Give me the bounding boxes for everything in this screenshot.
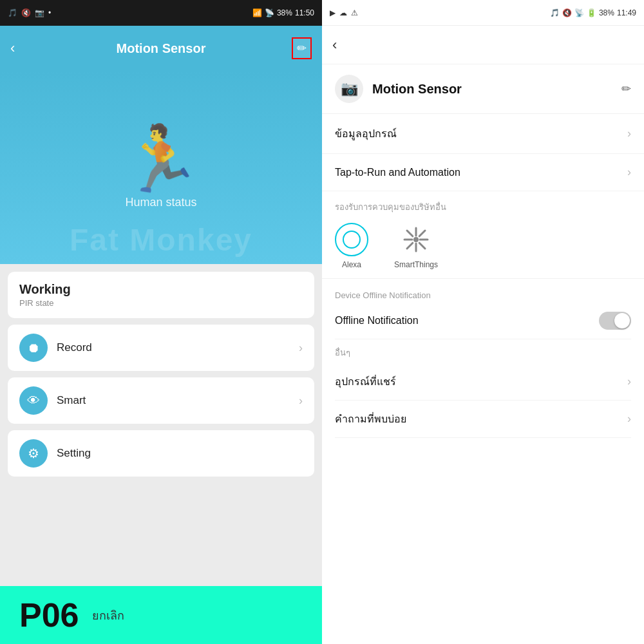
- volume-icon: 🔇: [21, 8, 31, 17]
- cancel-label[interactable]: ยกเลิก: [92, 606, 124, 625]
- device-header: 📷 Motion Sensor ✏: [322, 64, 644, 114]
- signal-icon: 📶: [252, 8, 262, 17]
- working-subtitle: PIR state: [19, 298, 303, 308]
- offline-notif-toggle[interactable]: [599, 312, 631, 330]
- status-bar-right: ▶ ☁ ⚠ 🎵 🔇 📡 🔋 38% 11:49: [322, 0, 644, 26]
- record-label: Record: [57, 341, 92, 354]
- tap-run-label: Tap-to-Run and Automation: [335, 167, 460, 178]
- setting-menu-item[interactable]: ⚙ Setting: [8, 430, 314, 477]
- third-party-section: รองรับการควบคุมของบริษัทอื่น Alexa: [322, 191, 644, 279]
- faq-label: คำถามที่พบบ่อย: [335, 411, 406, 427]
- edit-button-left[interactable]: ✏: [292, 37, 312, 59]
- dot-icon: •: [48, 8, 51, 17]
- svg-line-8: [407, 243, 413, 249]
- smart-label: Smart: [57, 394, 86, 407]
- bluetooth-icon: 🎵: [8, 8, 17, 17]
- smart-left: 👁 Smart: [19, 386, 86, 415]
- right-status-icons-left: ▶ ☁ ⚠: [330, 8, 358, 17]
- watermark: Fat Monkey: [70, 222, 252, 258]
- setting-left: ⚙ Setting: [19, 439, 91, 468]
- alexa-circle: [335, 223, 368, 256]
- bottom-badge-overlay: P06 ยกเลิก: [0, 586, 322, 644]
- warning-icon: ⚠: [351, 8, 358, 17]
- offline-notif-label: Offline Notification: [335, 315, 419, 327]
- svg-line-7: [419, 231, 425, 236]
- status-bar-left: 🎵 🔇 📷 • 📶 📡 38% 11:50: [0, 0, 322, 26]
- alexa-label: Alexa: [342, 260, 361, 269]
- volume-icon-right: 🔇: [562, 8, 572, 17]
- wifi-icon: 📡: [265, 8, 274, 17]
- smartthings-label: SmartThings: [394, 260, 438, 269]
- record-menu-item[interactable]: ⏺ Record ›: [8, 325, 314, 371]
- left-header: ‹ Motion Sensor ✏: [0, 26, 322, 71]
- third-party-icons: Alexa: [335, 223, 631, 269]
- human-figure-icon: 🏃: [121, 126, 202, 191]
- device-info-label: ข้อมูลอุปกรณ์: [335, 126, 397, 142]
- svg-line-6: [419, 243, 425, 249]
- share-device-chevron: ›: [627, 375, 631, 388]
- smart-menu-item[interactable]: 👁 Smart ›: [8, 377, 314, 424]
- cloud-icon: ☁: [339, 8, 347, 17]
- device-info-chevron: ›: [627, 127, 631, 140]
- record-left: ⏺ Record: [19, 334, 92, 362]
- smartthings-icon: [399, 223, 433, 256]
- left-panel: 🎵 🔇 📷 • 📶 📡 38% 11:50 ‹ Motion Sensor ✏ …: [0, 0, 322, 644]
- alexa-inner-circle: [343, 231, 361, 249]
- battery-percent-right: 38%: [599, 8, 614, 17]
- settings-list: ข้อมูลอุปกรณ์ › Tap-to-Run and Automatio…: [322, 114, 644, 644]
- bluetooth-icon-right: 🎵: [550, 8, 560, 17]
- right-status-info: 📶 📡 38% 11:50: [252, 8, 314, 17]
- faq-item[interactable]: คำถามที่พบบ่อย ›: [335, 401, 631, 438]
- toggle-knob: [614, 313, 630, 328]
- hero-section: 🏃 Human status Fat Monkey: [0, 71, 322, 264]
- alexa-item[interactable]: Alexa: [335, 223, 368, 269]
- left-title: Motion Sensor: [117, 41, 206, 56]
- device-edit-icon[interactable]: ✏: [621, 82, 631, 96]
- battery-percent: 38%: [277, 8, 292, 17]
- battery-icon-right: 🔋: [587, 8, 596, 17]
- human-status-label: Human status: [125, 196, 196, 209]
- record-chevron: ›: [299, 341, 303, 355]
- setting-icon: ⚙: [19, 439, 48, 468]
- right-header: ‹: [322, 26, 644, 64]
- smart-icon: 👁: [19, 386, 48, 415]
- device-title: Motion Sensor: [372, 82, 612, 97]
- other-section-label: อื่นๆ: [335, 346, 631, 363]
- setting-label: Setting: [57, 447, 91, 460]
- time-left: 11:50: [295, 8, 314, 17]
- third-party-label: รองรับการควบคุมของบริษัทอื่น: [335, 200, 631, 214]
- p06-badge: P06: [19, 596, 79, 634]
- faq-chevron: ›: [627, 412, 631, 426]
- right-panel: ▶ ☁ ⚠ 🎵 🔇 📡 🔋 38% 11:49 ‹ 📷 Motion Senso…: [322, 0, 644, 644]
- device-info-item[interactable]: ข้อมูลอุปกรณ์ ›: [322, 114, 644, 154]
- device-icon: 📷: [335, 75, 363, 103]
- svg-point-0: [413, 237, 419, 242]
- record-icon: ⏺: [19, 334, 48, 362]
- share-device-label: อุปกรณ์ที่แชร์: [335, 374, 396, 390]
- time-right: 11:49: [617, 8, 636, 17]
- photo-icon: 📷: [35, 8, 44, 17]
- svg-line-5: [407, 231, 413, 236]
- youtube-icon: ▶: [330, 8, 336, 17]
- back-button-left[interactable]: ‹: [10, 40, 15, 57]
- back-button-right[interactable]: ‹: [332, 37, 337, 53]
- wifi-icon-right: 📡: [574, 8, 584, 17]
- tap-run-chevron: ›: [627, 166, 631, 179]
- offline-notif-row: Offline Notification: [335, 303, 631, 339]
- working-title: Working: [19, 282, 303, 297]
- notification-section: Device Offline Notification Offline Noti…: [322, 279, 644, 339]
- working-card: Working PIR state: [8, 272, 314, 318]
- other-section: อื่นๆ อุปกรณ์ที่แชร์ › คำถามที่พบบ่อย ›: [322, 339, 644, 438]
- right-status-info-right: 🎵 🔇 📡 🔋 38% 11:49: [550, 8, 636, 17]
- left-status-icons: 🎵 🔇 📷 •: [8, 8, 51, 17]
- tap-run-item[interactable]: Tap-to-Run and Automation ›: [322, 154, 644, 191]
- notif-divider-label: Device Offline Notification: [335, 284, 631, 303]
- share-device-item[interactable]: อุปกรณ์ที่แชร์ ›: [335, 363, 631, 401]
- smartthings-item[interactable]: SmartThings: [394, 223, 438, 269]
- smart-chevron: ›: [299, 394, 303, 408]
